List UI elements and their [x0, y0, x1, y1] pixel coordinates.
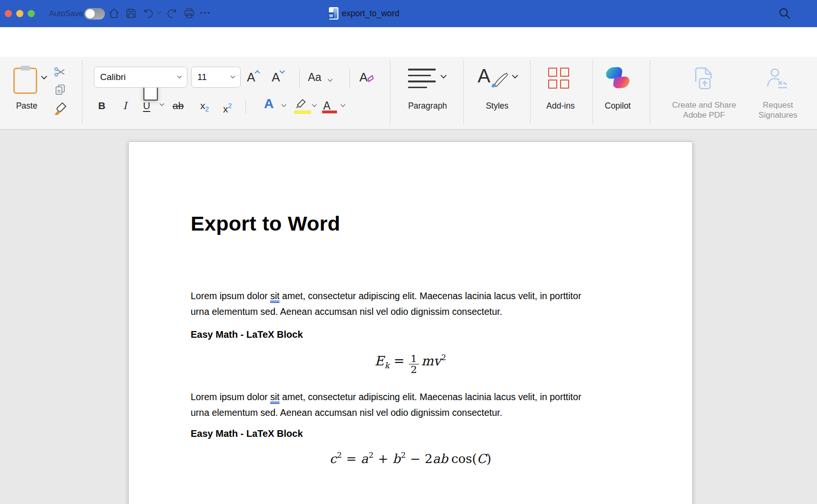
- superscript-button[interactable]: x2: [223, 99, 232, 116]
- style-brush-icon: [487, 71, 508, 91]
- group-divider: [82, 60, 82, 124]
- paragraph-2: Lorem ipsum dolor sit amet, consectetur …: [191, 389, 596, 420]
- document-page[interactable]: Export to Word Lorem ipsum dolor sit ame…: [129, 142, 692, 504]
- math-block-heading-2: Easy Math - LaTeX Block: [191, 428, 303, 439]
- paste-label: Paste: [4, 101, 50, 111]
- underline-dropdown-chevron[interactable]: [160, 101, 164, 106]
- eraser-icon: [368, 75, 374, 82]
- group-divider: [463, 60, 464, 124]
- shrink-font-button[interactable]: A: [272, 69, 284, 85]
- highlight-chevron[interactable]: [312, 102, 317, 107]
- change-case-button[interactable]: Aa: [308, 69, 332, 85]
- word-doc-icon: W: [329, 7, 338, 20]
- styles-label: Styles: [468, 101, 526, 111]
- highlight-color-button[interactable]: [293, 98, 308, 112]
- caret-down-icon: [280, 68, 285, 73]
- font-color-swatch: [322, 111, 337, 113]
- clear-formatting-button[interactable]: A: [359, 69, 368, 85]
- subscript-button[interactable]: x2: [200, 99, 209, 116]
- italic-button[interactable]: I: [123, 99, 127, 113]
- highlight-color-swatch: [294, 111, 311, 114]
- format-painter-icon[interactable]: [53, 101, 67, 117]
- group-divider: [530, 60, 531, 124]
- titlebar: AutoSave: [0, 0, 817, 27]
- paragraph-chevron[interactable]: [440, 72, 447, 79]
- strikethrough-button[interactable]: ab: [173, 99, 184, 113]
- paste-dropdown-chevron[interactable]: [41, 73, 47, 80]
- add-ins-button[interactable]: [548, 68, 569, 89]
- copilot-label: Copilot: [589, 101, 646, 111]
- grow-font-button[interactable]: A: [247, 69, 259, 85]
- group-divider: [650, 60, 650, 124]
- grammar-flagged-word: sit: [270, 291, 280, 301]
- document-title: export_to_word: [342, 9, 399, 19]
- undo-icon[interactable]: [142, 7, 154, 20]
- math-block-heading-1: Easy Math - LaTeX Block: [191, 329, 303, 340]
- font-size-value: 11: [197, 72, 207, 82]
- font-color-chevron[interactable]: [341, 102, 346, 107]
- create-share-adobe-pdf-button[interactable]: [693, 66, 715, 93]
- copilot-button[interactable]: [606, 67, 629, 88]
- search-icon[interactable]: [778, 7, 790, 19]
- equation-kinetic-energy: Ek=12mv2: [129, 353, 692, 375]
- home-quick-icon[interactable]: [108, 7, 120, 20]
- save-icon[interactable]: [125, 7, 137, 20]
- ribbon: Paste Calibri 11: [0, 57, 817, 130]
- underline-button[interactable]: U: [143, 99, 150, 113]
- more-commands-icon[interactable]: [200, 12, 210, 14]
- adobe-pdf-label: Create and ShareAdobe PDF: [665, 100, 743, 120]
- document-canvas: Export to Word Lorem ipsum dolor sit ame…: [0, 130, 817, 504]
- paragraph-label: Paragraph: [398, 101, 457, 111]
- cut-icon[interactable]: [53, 65, 67, 81]
- word-window: AutoSave: [0, 0, 817, 504]
- font-name-combobox[interactable]: Calibri: [94, 67, 187, 88]
- autosave-label: AutoSave: [49, 9, 83, 18]
- copy-icon[interactable]: [54, 83, 67, 98]
- autosave-toggle[interactable]: [84, 8, 105, 20]
- grammar-flagged-word: sit: [270, 392, 280, 402]
- text-effects-button[interactable]: A: [264, 97, 274, 111]
- redo-icon[interactable]: [166, 7, 178, 20]
- paragraph-1: Lorem ipsum dolor sit amet, consectetur …: [191, 288, 596, 319]
- add-ins-label: Add-ins: [532, 101, 589, 111]
- undo-dropdown-chevron[interactable]: [157, 10, 162, 14]
- print-icon[interactable]: [183, 7, 195, 20]
- toggle-knob: [85, 9, 95, 19]
- equation-law-of-cosines: c2=a2+b2−2abcos(C): [129, 451, 692, 466]
- clipboard-icon: [20, 66, 30, 71]
- group-divider: [592, 60, 593, 124]
- request-signatures-button[interactable]: [765, 66, 789, 93]
- font-name-value: Calibri: [100, 72, 126, 82]
- bold-button[interactable]: B: [98, 99, 105, 113]
- doc-heading-title: Export to Word: [191, 213, 340, 234]
- ribbon-tab-row: Home Insert Draw Design Layout Reference…: [0, 27, 817, 57]
- font-size-combobox[interactable]: 11: [191, 67, 241, 88]
- styles-chevron[interactable]: [512, 72, 518, 79]
- paste-button[interactable]: [13, 68, 37, 94]
- paragraph-settings-button[interactable]: [408, 69, 436, 92]
- fraction: 12: [409, 353, 419, 375]
- request-signatures-label: RequestSignatures: [749, 100, 807, 120]
- minimize-window-button[interactable]: [16, 10, 23, 17]
- close-window-button[interactable]: [5, 10, 12, 17]
- caret-up-icon: [255, 70, 260, 75]
- group-divider: [390, 60, 390, 124]
- text-effects-chevron[interactable]: [282, 102, 286, 107]
- zoom-window-button[interactable]: [28, 10, 35, 17]
